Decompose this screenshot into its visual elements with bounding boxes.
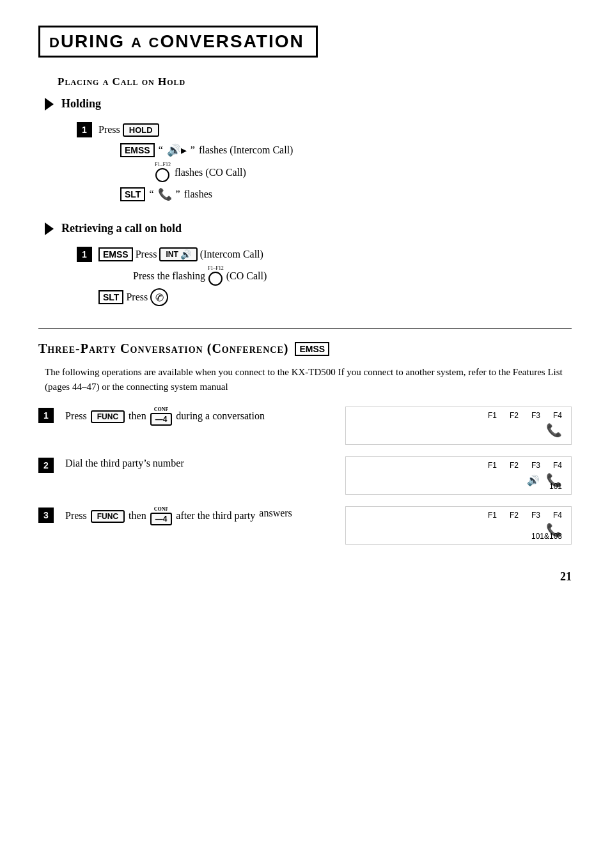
step-1-display: F1 F2 F3 F4 📞 bbox=[345, 407, 572, 445]
step-3-display-header: F1 F2 F3 F4 bbox=[352, 511, 565, 520]
f1-label-2: F1 bbox=[488, 461, 497, 470]
f2-label-3: F2 bbox=[510, 511, 519, 520]
step-3-press: Press bbox=[65, 510, 87, 522]
step-3-left: 3 Press FUNC then CONF —4 after the thir… bbox=[38, 506, 345, 524]
f2-label-2: F2 bbox=[510, 461, 519, 470]
step-num-3p-3: 3 bbox=[38, 508, 54, 523]
f1-label-1: F1 bbox=[488, 411, 497, 420]
func-key-inner-1: FUNC bbox=[91, 410, 125, 423]
holding-step-1-content: Press HOLD EMSS “ 🔊▸ ” flashes (Intercom… bbox=[98, 121, 572, 206]
quote-close-1: ” bbox=[191, 144, 195, 156]
quote-close-2: ” bbox=[176, 189, 180, 200]
step-num-3p-2: 2 bbox=[38, 458, 54, 473]
triangle-icon bbox=[45, 98, 54, 111]
step-1-content: Press FUNC then CONF —4 during a convers… bbox=[65, 407, 265, 424]
intercom-flash-icon: 🔊▸ bbox=[167, 143, 187, 157]
holding-steps: 1 Press HOLD EMSS “ 🔊▸ ” flashes (Interc… bbox=[77, 121, 572, 206]
page-number: 21 bbox=[38, 570, 572, 584]
retrieving-step-1: 1 EMSS Press INT 🔊 (Intercom Call) bbox=[77, 245, 572, 309]
retrieving-steps: 1 EMSS Press INT 🔊 (Intercom Call) bbox=[77, 245, 572, 309]
f1-label-3: F1 bbox=[488, 511, 497, 520]
step-3-line2: answers bbox=[259, 508, 292, 519]
step-2-display: F1 F2 F3 F4 🔊 📞 101 bbox=[345, 456, 572, 495]
emss-label-1: EMSS bbox=[120, 143, 155, 157]
subsection-holding-label: Holding bbox=[61, 97, 101, 111]
quote-open-1: “ bbox=[159, 144, 163, 156]
holding-step-1: 1 Press HOLD EMSS “ 🔊▸ ” flashes (Interc… bbox=[77, 121, 572, 206]
retrieving-step-1-content: EMSS Press INT 🔊 (Intercom Call) Press t… bbox=[98, 245, 572, 309]
f4-label-3: F4 bbox=[553, 511, 562, 520]
step-3-line1: Press FUNC then CONF —4 after the third … bbox=[65, 508, 255, 524]
conf-key-inner-3: —4 bbox=[150, 513, 173, 525]
section-three-party: Three-Party Conversation (Conference) EM… bbox=[38, 341, 572, 545]
press-flashing-text: Press the flashing bbox=[133, 270, 205, 282]
conf-key-3: CONF —4 bbox=[150, 513, 173, 524]
slt-label-1: SLT bbox=[120, 187, 145, 201]
three-party-title: Three-Party Conversation (Conference) bbox=[38, 341, 288, 356]
step-2-content: Dial the third party’s number bbox=[65, 456, 184, 469]
intercom-flash-text: flashes (Intercom Call) bbox=[199, 144, 293, 156]
step-1-display-header: F1 F2 F3 F4 bbox=[352, 411, 565, 420]
slt-press-text: Press bbox=[126, 291, 148, 303]
title-box: DURING A CONVERSATION bbox=[38, 26, 318, 58]
step-1-left: 1 Press FUNC then CONF —4 during a conve… bbox=[38, 407, 345, 424]
co-circle-icon bbox=[155, 168, 169, 182]
emss-label-3p: EMSS bbox=[295, 342, 329, 356]
step-1-then: then bbox=[129, 410, 146, 422]
step-3-display-content: 📞 101&103 bbox=[352, 522, 565, 538]
step-2-display-header: F1 F2 F3 F4 bbox=[352, 461, 565, 470]
holding-sublines: EMSS “ 🔊▸ ” flashes (Intercom Call) F1–F… bbox=[120, 141, 572, 203]
subsection-retrieving: Retrieving a call on hold bbox=[45, 222, 572, 235]
co-circle-wrapper-r: F1–F12 bbox=[208, 266, 224, 286]
section-heading-placing: Placing a Call on Hold bbox=[58, 75, 572, 88]
off-hook-btn: ✆ bbox=[149, 287, 169, 307]
step-1-row: 1 Press FUNC then CONF —4 during a conve… bbox=[38, 407, 345, 424]
slt-flash-line: SLT “ 📞 ” flashes bbox=[120, 185, 572, 203]
subsection-retrieving-label: Retrieving a call on hold bbox=[61, 222, 182, 235]
step-3-answers: answers bbox=[259, 508, 292, 518]
func-key-3: FUNC bbox=[91, 510, 125, 522]
retrieve-co-line: Press the flashing F1–F12 (CO Call) bbox=[133, 266, 572, 286]
f3-label-1: F3 bbox=[531, 411, 540, 420]
retrieve-slt-line: SLT Press ✆ bbox=[98, 288, 572, 306]
int-key: INT 🔊 bbox=[159, 247, 197, 261]
slt-flash-text: flashes bbox=[184, 189, 212, 200]
emss-intercom-line: EMSS “ 🔊▸ ” flashes (Intercom Call) bbox=[120, 141, 572, 159]
f4-label-1: F4 bbox=[553, 411, 562, 420]
conf-super-3: CONF bbox=[154, 506, 169, 512]
co-circle-r bbox=[208, 272, 223, 286]
co-super-label: F1–F12 bbox=[155, 162, 171, 167]
co-circle-wrapper: F1–F12 bbox=[155, 162, 171, 182]
slt-phone-icon: 📞 bbox=[158, 187, 172, 201]
step-number-1: 1 bbox=[77, 122, 92, 137]
press-text-1: Press bbox=[98, 124, 120, 136]
step-num-3p-1: 1 bbox=[38, 408, 54, 423]
step-1-phone-icon: 📞 bbox=[546, 422, 562, 438]
step-3-suffix: after the third party bbox=[176, 510, 255, 522]
triangle-icon-2 bbox=[45, 222, 54, 235]
emss-label-r: EMSS bbox=[98, 247, 133, 261]
co-super-r: F1–F12 bbox=[208, 266, 224, 271]
func-key-inner-3: FUNC bbox=[91, 510, 125, 523]
step-3-row: 3 Press FUNC then CONF —4 after the thir… bbox=[38, 506, 345, 524]
step-number-r1: 1 bbox=[77, 247, 92, 262]
section-placing-hold: Placing a Call on Hold Holding 1 Press H… bbox=[38, 75, 572, 309]
f4-label-2: F4 bbox=[553, 461, 562, 470]
subsection-holding: Holding bbox=[45, 97, 572, 111]
three-party-step-1: 1 Press FUNC then CONF —4 during a conve… bbox=[38, 407, 572, 445]
slt-label-r: SLT bbox=[98, 290, 123, 304]
conf-key-1: CONF —4 bbox=[150, 413, 173, 424]
quote-open-2: “ bbox=[149, 189, 153, 200]
f3-label-2: F3 bbox=[531, 461, 540, 470]
page-title: DURING A CONVERSATION bbox=[49, 31, 304, 52]
step-2-ring-icon: 🔊 bbox=[527, 474, 540, 486]
step-1-press: Press bbox=[65, 410, 87, 422]
co-flash-line: F1–F12 flashes (CO Call) bbox=[155, 162, 572, 182]
three-party-description: The following operations are available w… bbox=[45, 365, 572, 394]
step-3-number: 101&103 bbox=[531, 532, 562, 541]
step-1-display-content: 📞 bbox=[352, 422, 565, 438]
step-2-row: 2 Dial the third party’s number bbox=[38, 456, 345, 473]
co-flash-text: flashes (CO Call) bbox=[175, 167, 246, 178]
hold-key: HOLD bbox=[123, 123, 159, 137]
three-party-heading: Three-Party Conversation (Conference) EM… bbox=[38, 341, 572, 356]
